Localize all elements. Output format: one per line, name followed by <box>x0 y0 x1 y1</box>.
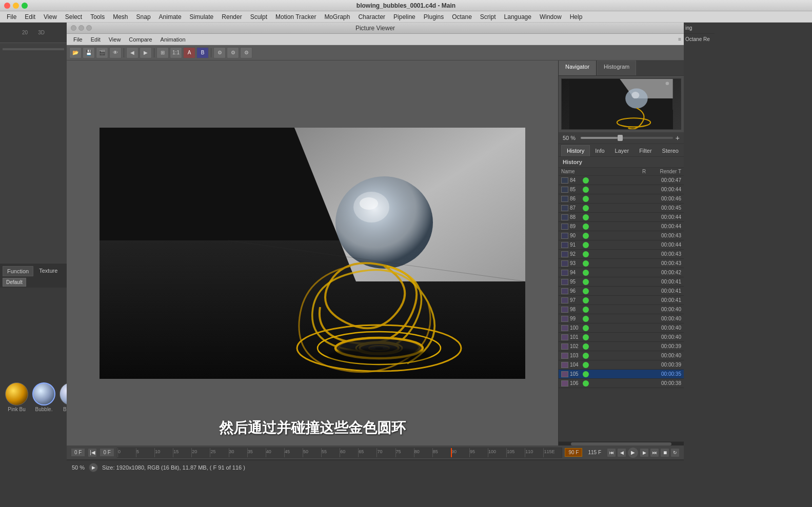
menu-simulate[interactable]: Simulate <box>186 12 218 22</box>
tab-function[interactable]: Function <box>3 266 33 276</box>
tab-history[interactable]: History <box>561 145 590 156</box>
pv-menu-file[interactable]: File <box>69 35 87 44</box>
history-row[interactable]: 8700:00:45 <box>559 204 684 213</box>
history-row[interactable]: 9700:00:41 <box>559 296 684 305</box>
material-sphere-pink[interactable] <box>5 382 28 405</box>
history-row[interactable]: 10000:00:40 <box>559 323 684 333</box>
btn-prev[interactable]: ◀ <box>617 448 626 457</box>
history-row[interactable]: 10200:00:39 <box>559 342 684 351</box>
menu-octane[interactable]: Octane <box>448 12 476 22</box>
history-list[interactable]: 8400:00:478500:00:448600:00:468700:00:45… <box>559 176 684 441</box>
pv-tool-view[interactable]: 👁 <box>109 47 122 58</box>
pv-tool-open[interactable]: 📂 <box>69 47 82 58</box>
history-row[interactable]: 9200:00:43 <box>559 250 684 259</box>
maximize-button[interactable] <box>22 3 28 9</box>
pv-tool-forward[interactable]: ▶ <box>140 47 152 58</box>
pv-tool-render[interactable]: 🎬 <box>96 47 108 58</box>
pv-tool-zoom-1[interactable]: 1:1 <box>170 47 182 58</box>
pv-tool-extra1[interactable]: ⚙ <box>213 47 226 58</box>
menu-animate[interactable]: Animate <box>155 12 186 22</box>
menu-edit[interactable]: Edit <box>21 12 39 22</box>
pv-tool-extra2[interactable]: ⚙ <box>227 47 239 58</box>
history-row[interactable]: 9500:00:41 <box>559 277 684 287</box>
material-item-pink[interactable]: Pink Bu <box>5 382 28 412</box>
menu-select[interactable]: Select <box>61 12 86 22</box>
pv-tool-a[interactable]: A <box>183 47 195 58</box>
pv-close[interactable] <box>71 25 76 31</box>
pv-tool-save[interactable]: 💾 <box>83 47 95 58</box>
history-row[interactable]: 8400:00:47 <box>559 176 684 185</box>
btn-record[interactable]: ⏹ <box>660 448 669 457</box>
menu-plugins[interactable]: Plugins <box>420 12 448 22</box>
btn-loop[interactable]: ↻ <box>670 448 680 457</box>
pv-menu-compare[interactable]: Compare <box>125 35 156 44</box>
history-row[interactable]: 10300:00:40 <box>559 351 684 360</box>
tab-info[interactable]: Info <box>590 145 609 156</box>
menu-motiontracker[interactable]: Motion Tracker <box>271 12 320 22</box>
pv-menu-view[interactable]: View <box>105 35 125 44</box>
scrollbar-thumb[interactable] <box>571 442 671 445</box>
history-row[interactable]: 10100:00:40 <box>559 333 684 342</box>
menu-script[interactable]: Script <box>476 12 500 22</box>
btn-play[interactable]: ▶ <box>627 447 639 458</box>
history-row[interactable]: 8600:00:46 <box>559 194 684 204</box>
history-row[interactable]: 9800:00:40 <box>559 305 684 314</box>
pv-tool-b[interactable]: B <box>196 47 209 58</box>
history-row[interactable]: 8500:00:44 <box>559 185 684 194</box>
pv-image-area[interactable]: 然后通过并碰撞这些金色圆环 <box>67 60 558 445</box>
navigator-preview[interactable] <box>561 78 681 130</box>
close-button[interactable] <box>4 3 10 9</box>
history-row[interactable]: 9000:00:43 <box>559 231 684 240</box>
pv-minimize[interactable] <box>78 25 84 31</box>
history-row[interactable]: 9400:00:42 <box>559 268 684 277</box>
tab-filter[interactable]: Filter <box>634 145 657 156</box>
pv-maximize[interactable] <box>86 25 92 31</box>
history-row[interactable]: 9900:00:40 <box>559 314 684 323</box>
history-row[interactable]: 9100:00:44 <box>559 240 684 250</box>
history-scrollbar[interactable] <box>559 441 684 445</box>
menu-snap[interactable]: Snap <box>132 12 155 22</box>
zoom-plus-icon[interactable]: + <box>676 134 680 142</box>
history-row[interactable]: 8900:00:44 <box>559 222 684 231</box>
btn-next[interactable]: ▶ <box>640 448 649 457</box>
history-row[interactable]: 8800:00:44 <box>559 213 684 222</box>
menu-mograph[interactable]: MoGraph <box>320 12 354 22</box>
material-sphere-bubble1[interactable] <box>32 382 55 405</box>
btn-prev-frame[interactable]: ⏮ <box>607 448 616 457</box>
menu-character[interactable]: Character <box>354 12 389 22</box>
menu-help[interactable]: Help <box>566 12 587 22</box>
minimize-button[interactable] <box>13 3 19 9</box>
pv-tool-zoom-fit[interactable]: ⊞ <box>156 47 169 58</box>
menu-render[interactable]: Render <box>217 12 246 22</box>
history-row[interactable]: 10400:00:39 <box>559 360 684 370</box>
menu-view[interactable]: View <box>39 12 61 22</box>
pv-tool-extra3[interactable]: ⚙ <box>240 47 252 58</box>
tab-layer[interactable]: Layer <box>610 145 635 156</box>
menu-pipeline[interactable]: Pipeline <box>389 12 420 22</box>
pv-tool-back[interactable]: ◀ <box>126 47 138 58</box>
tab-texture[interactable]: Texture <box>35 266 62 276</box>
tab-stereo[interactable]: Stereo <box>657 145 684 156</box>
history-row[interactable]: 9600:00:41 <box>559 287 684 296</box>
zoom-slider[interactable] <box>581 137 673 139</box>
history-row[interactable]: 10500:00:35 <box>559 370 684 379</box>
zoom-slider-thumb[interactable] <box>618 135 623 141</box>
pv-collapse-btn[interactable]: ≡ <box>678 36 681 42</box>
material-item-bubble1[interactable]: Bubble. <box>32 382 55 412</box>
menu-mesh[interactable]: Mesh <box>109 12 132 22</box>
pv-menu-animation[interactable]: Animation <box>156 35 190 44</box>
status-play-btn[interactable]: ▶ <box>89 463 98 472</box>
menu-file[interactable]: File <box>3 12 21 22</box>
tab-navigator[interactable]: Navigator <box>559 60 596 75</box>
timeline-ruler[interactable]: 0510152025303540455055606570758085909510… <box>117 448 563 458</box>
pv-menu-edit[interactable]: Edit <box>87 35 105 44</box>
history-row[interactable]: 10600:00:38 <box>559 379 684 388</box>
history-row[interactable]: 9300:00:43 <box>559 259 684 268</box>
menu-tools[interactable]: Tools <box>86 12 109 22</box>
tab-histogram[interactable]: Histogram <box>597 60 636 75</box>
menu-language[interactable]: Language <box>500 12 536 22</box>
playhead[interactable] <box>451 448 452 457</box>
frame-start-btn[interactable]: |◀ <box>88 448 97 457</box>
menu-sculpt[interactable]: Sculpt <box>246 12 271 22</box>
menu-window[interactable]: Window <box>536 12 566 22</box>
